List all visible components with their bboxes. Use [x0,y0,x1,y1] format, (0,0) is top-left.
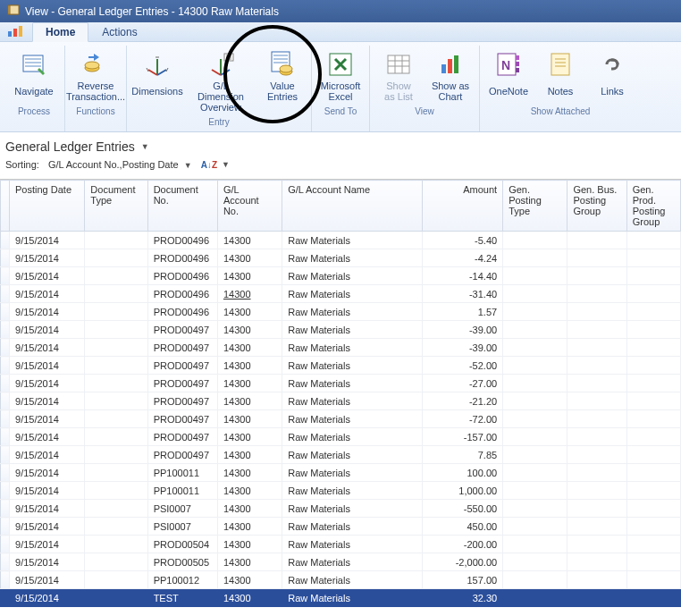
cell-gl-name[interactable]: Raw Materials [282,249,423,267]
cell-posting-date[interactable]: 9/15/2014 [10,267,85,285]
cell-doc-type[interactable] [85,392,147,410]
cell-gl-no[interactable]: 14300 [217,232,282,249]
cell-gen-bus[interactable] [568,500,626,518]
table-row[interactable]: 9/15/2014PROD0049714300Raw Materials-39.… [1,339,681,357]
cell-gen-type[interactable] [503,321,568,339]
cell-amount[interactable]: 1,000.00 [422,482,502,500]
cell-gen-type[interactable] [503,536,568,553]
cell-doc-type[interactable] [85,518,147,536]
cell-gen-prod[interactable] [626,589,680,607]
cell-amount[interactable]: -157.00 [422,428,502,446]
cell-amount[interactable]: 450.00 [422,518,502,536]
cell-posting-date[interactable]: 9/15/2014 [10,553,85,571]
cell-gen-type[interactable] [503,571,568,589]
cell-gl-no[interactable]: 14300 [217,446,282,464]
cell-doc-type[interactable] [85,375,147,392]
cell-gen-bus[interactable] [568,536,626,553]
cell-doc-type[interactable] [85,357,147,375]
table-row[interactable]: 9/15/2014PROD0049614300Raw Materials-14.… [1,267,681,285]
cell-gen-prod[interactable] [626,553,680,571]
cell-doc-type[interactable] [85,464,147,482]
cell-amount[interactable]: -550.00 [422,500,502,518]
cell-gen-prod[interactable] [626,339,680,357]
cell-gen-prod[interactable] [626,410,680,428]
table-row[interactable]: 9/15/2014PROD0049714300Raw Materials-39.… [1,321,681,339]
cell-gl-name[interactable]: Raw Materials [282,303,423,321]
table-row[interactable]: 9/15/2014PROD0049714300Raw Materials-27.… [1,375,681,392]
cell-gen-type[interactable] [503,482,568,500]
cell-gl-name[interactable]: Raw Materials [282,375,423,392]
col-doc-type[interactable]: Document Type [85,181,147,232]
cell-posting-date[interactable]: 9/15/2014 [10,321,85,339]
cell-gen-prod[interactable] [626,500,680,518]
cell-doc-no[interactable]: PROD00497 [147,339,217,357]
cell-gen-bus[interactable] [568,553,626,571]
cell-amount[interactable]: 32.30 [422,589,502,607]
cell-gl-no[interactable]: 14300 [217,410,282,428]
cell-posting-date[interactable]: 9/15/2014 [10,589,85,607]
col-posting-date[interactable]: Posting Date [10,181,85,232]
cell-gl-no[interactable]: 14300 [217,500,282,518]
table-row[interactable]: 9/15/2014PROD0049714300Raw Materials-21.… [1,392,681,410]
row-handle[interactable] [1,446,10,464]
cell-doc-type[interactable] [85,589,147,607]
cell-gen-prod[interactable] [626,482,680,500]
row-handle[interactable] [1,392,10,410]
cell-amount[interactable]: 7.85 [422,446,502,464]
cell-gen-prod[interactable] [626,357,680,375]
cell-gen-prod[interactable] [626,464,680,482]
table-row[interactable]: 9/15/2014PROD0049714300Raw Materials-157… [1,428,681,446]
cell-gen-type[interactable] [503,500,568,518]
table-row[interactable]: 9/15/2014PROD0050514300Raw Materials-2,0… [1,553,681,571]
cell-gl-no[interactable]: 14300 [217,553,282,571]
cell-gl-no[interactable]: 14300 [217,589,282,607]
cell-doc-no[interactable]: PP100011 [147,482,217,500]
cell-gen-type[interactable] [503,303,568,321]
cell-gen-bus[interactable] [568,482,626,500]
cell-gen-type[interactable] [503,339,568,357]
tab-home[interactable]: Home [32,22,88,42]
cell-gl-no[interactable]: 14300 [217,249,282,267]
cell-posting-date[interactable]: 9/15/2014 [10,285,85,303]
cell-gl-no[interactable]: 14300 [217,428,282,446]
cell-doc-no[interactable]: PROD00505 [147,553,217,571]
show-as-list-button[interactable]: Show as List [374,47,424,105]
row-handle[interactable] [1,267,10,285]
cell-doc-type[interactable] [85,339,147,357]
cell-posting-date[interactable]: 9/15/2014 [10,428,85,446]
value-entries-button[interactable]: Value Entries [257,47,307,115]
cell-gl-name[interactable]: Raw Materials [282,536,423,553]
cell-doc-no[interactable]: PROD00504 [147,536,217,553]
table-row[interactable]: 9/15/2014PSI000714300Raw Materials-550.0… [1,500,681,518]
cell-gl-no[interactable]: 14300 [217,464,282,482]
cell-doc-no[interactable]: PROD00497 [147,321,217,339]
cell-gen-bus[interactable] [568,410,626,428]
cell-gen-prod[interactable] [626,536,680,553]
col-gen-prod[interactable]: Gen. Prod. Posting Group [626,181,680,232]
cell-gl-no[interactable]: 14300 [217,392,282,410]
col-gen-type[interactable]: Gen. Posting Type [503,181,568,232]
cell-posting-date[interactable]: 9/15/2014 [10,249,85,267]
cell-doc-no[interactable]: PROD00497 [147,446,217,464]
cell-gen-type[interactable] [503,553,568,571]
table-row[interactable]: 9/15/2014PSI000714300Raw Materials450.00 [1,518,681,536]
cell-gl-no[interactable]: 14300 [217,518,282,536]
gl-dimension-overview-button[interactable]: G/L Dimension Overview [186,47,256,115]
cell-posting-date[interactable]: 9/15/2014 [10,482,85,500]
cell-gl-no[interactable]: 14300 [217,267,282,285]
cell-amount[interactable]: -14.40 [422,267,502,285]
cell-gen-prod[interactable] [626,285,680,303]
show-as-chart-button[interactable]: Show as Chart [425,47,475,105]
cell-gl-no[interactable]: 14300 [217,536,282,553]
cell-gl-name[interactable]: Raw Materials [282,571,423,589]
cell-posting-date[interactable]: 9/15/2014 [10,536,85,553]
cell-gen-prod[interactable] [626,518,680,536]
cell-posting-date[interactable]: 9/15/2014 [10,500,85,518]
cell-doc-no[interactable]: PROD00496 [147,232,217,249]
cell-amount[interactable]: -4.24 [422,249,502,267]
cell-gl-no[interactable]: 14300 [217,357,282,375]
cell-gen-type[interactable] [503,267,568,285]
row-handle[interactable] [1,553,10,571]
row-handle[interactable] [1,410,10,428]
cell-gen-prod[interactable] [626,249,680,267]
